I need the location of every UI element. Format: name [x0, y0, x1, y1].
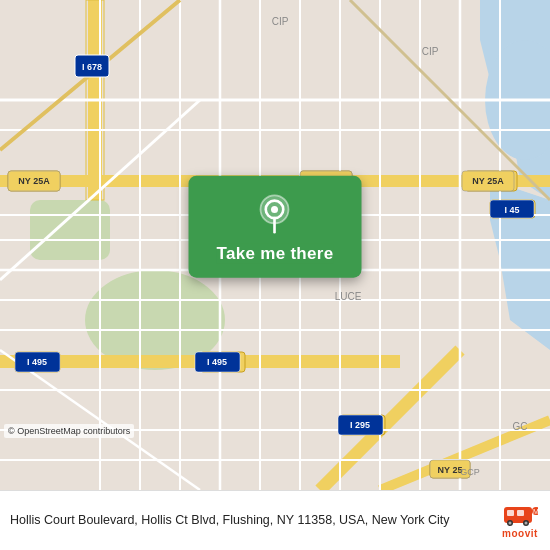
- take-me-there-card[interactable]: Take me there: [189, 176, 362, 278]
- svg-text:NY 25A: NY 25A: [18, 176, 50, 186]
- map-container: I 678 NY 25A NY 25A NY 25A I 495 I 495 I…: [0, 0, 550, 490]
- svg-text:I 45: I 45: [504, 205, 519, 215]
- svg-rect-3: [30, 200, 110, 260]
- moovit-brand-text: moovit: [502, 528, 538, 539]
- svg-text:I 495: I 495: [27, 357, 47, 367]
- osm-attribution: © OpenStreetMap contributors: [4, 424, 134, 438]
- svg-rect-71: [507, 510, 514, 516]
- bottom-bar: Hollis Court Boulevard, Hollis Ct Blvd, …: [0, 490, 550, 550]
- address-text: Hollis Court Boulevard, Hollis Ct Blvd, …: [10, 512, 450, 530]
- moovit-logo: M moovit: [502, 503, 538, 539]
- svg-text:I 678: I 678: [82, 62, 102, 72]
- svg-rect-72: [517, 510, 524, 516]
- svg-point-74: [509, 521, 512, 524]
- svg-text:GC: GC: [513, 421, 528, 432]
- svg-point-68: [271, 206, 278, 213]
- svg-text:GCP: GCP: [460, 467, 480, 477]
- svg-text:I 295: I 295: [350, 420, 370, 430]
- svg-text:I 495: I 495: [207, 357, 227, 367]
- svg-text:LUCE: LUCE: [335, 291, 362, 302]
- svg-text:M: M: [533, 508, 538, 515]
- location-pin-icon: [254, 194, 296, 236]
- take-me-there-button[interactable]: Take me there: [217, 244, 334, 264]
- moovit-bus-icon: M: [502, 503, 538, 527]
- take-me-there-overlay[interactable]: Take me there: [189, 176, 362, 278]
- svg-text:NY 25A: NY 25A: [472, 176, 504, 186]
- osm-text: © OpenStreetMap contributors: [8, 426, 130, 436]
- svg-point-76: [525, 521, 528, 524]
- svg-text:CIP: CIP: [422, 46, 439, 57]
- svg-text:NY 25: NY 25: [438, 465, 463, 475]
- svg-text:CIP: CIP: [272, 16, 289, 27]
